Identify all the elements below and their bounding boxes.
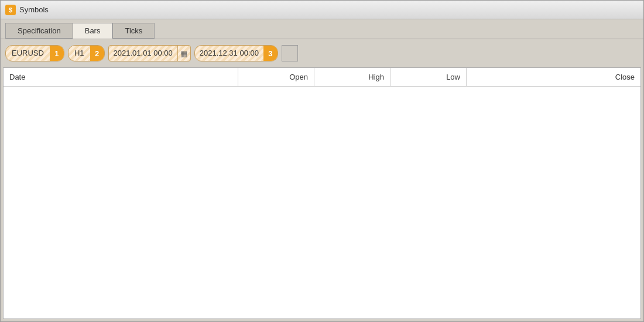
tab-bar: Specification Bars Ticks: [1, 19, 643, 39]
timeframe-value: H1: [68, 45, 90, 61]
data-table-container: Date Open High Low Close: [3, 67, 641, 319]
app-icon: $: [5, 5, 16, 15]
toolbar: EURUSD 1 H1 2 2021.01.01 00:00 ▦ 2021.12…: [1, 39, 643, 67]
tab-ticks[interactable]: Ticks: [112, 23, 155, 39]
timeframe-field[interactable]: H1 2: [68, 45, 105, 61]
table-header: Date Open High Low Close: [4, 68, 640, 87]
timeframe-badge: 2: [90, 45, 104, 61]
symbol-value: EURUSD: [6, 45, 50, 61]
tab-bars[interactable]: Bars: [73, 23, 113, 39]
main-window: $ Symbols Specification Bars Ticks EURUS…: [0, 0, 644, 322]
date-from-value: 2021.01.01 00:00: [109, 45, 177, 61]
col-header-close: Close: [466, 68, 640, 86]
symbol-badge: 1: [50, 45, 64, 61]
action-button[interactable]: [282, 45, 298, 61]
table-body: [4, 87, 640, 318]
tab-specification[interactable]: Specification: [5, 23, 73, 39]
date-to-field[interactable]: 2021.12.31 00:00 3: [194, 45, 278, 61]
col-header-low: Low: [390, 68, 466, 86]
title-bar: $ Symbols: [1, 1, 643, 19]
calendar-icon[interactable]: ▦: [177, 45, 190, 61]
col-header-open: Open: [238, 68, 314, 86]
window-title: Symbols: [19, 5, 49, 14]
symbol-field[interactable]: EURUSD 1: [5, 45, 64, 61]
col-header-high: High: [314, 68, 390, 86]
date-from-field[interactable]: 2021.01.01 00:00 ▦: [108, 45, 191, 61]
date-to-value: 2021.12.31 00:00: [195, 45, 263, 61]
col-header-date: Date: [4, 68, 238, 86]
date-to-badge: 3: [263, 45, 278, 61]
